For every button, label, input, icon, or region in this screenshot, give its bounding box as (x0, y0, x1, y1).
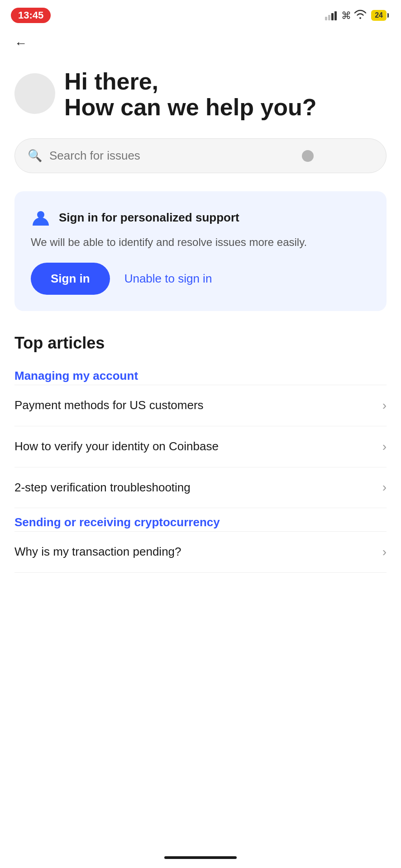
chevron-right-icon: › (382, 439, 387, 454)
signin-actions: Sign in Unable to sign in (31, 263, 370, 295)
search-bar[interactable]: 🔍 (14, 138, 387, 173)
article-list-managing: Payment methods for US customers › How t… (14, 385, 387, 508)
chevron-right-icon: › (382, 480, 387, 495)
article-item[interactable]: Payment methods for US customers › (14, 385, 387, 426)
search-input[interactable] (49, 149, 373, 163)
avatar (14, 73, 55, 114)
status-time: 13:45 (11, 8, 51, 23)
signin-description: We will be able to identify and resolve … (31, 235, 370, 250)
signin-card-header: Sign in for personalized support (31, 208, 370, 227)
unable-signin-link[interactable]: Unable to sign in (124, 272, 212, 286)
article-title: 2-step verification troubleshooting (14, 480, 375, 495)
svg-point-0 (37, 211, 44, 218)
chevron-right-icon: › (382, 398, 387, 413)
article-item[interactable]: 2-step verification troubleshooting › (14, 467, 387, 509)
status-icons: ⌘ 24 (325, 9, 387, 22)
battery-icon: 24 (371, 10, 387, 21)
article-title: Why is my transaction pending? (14, 544, 375, 560)
battery-level: 24 (375, 11, 383, 19)
signal-icon (325, 10, 337, 20)
back-arrow-icon: ← (14, 36, 27, 50)
category-managing-account: Managing my account Payment methods for … (14, 369, 387, 508)
category-crypto: Sending or receiving cryptocurrency Why … (14, 515, 387, 573)
person-icon (31, 208, 51, 227)
signin-title: Sign in for personalized support (59, 211, 239, 225)
header-section: Hi there, How can we help you? (0, 60, 401, 138)
wifi-icon: ⌘ (341, 9, 367, 22)
top-articles-title: Top articles (14, 334, 387, 353)
article-title: Payment methods for US customers (14, 398, 375, 413)
greeting-line2: How can we help you? (64, 94, 387, 120)
article-item[interactable]: How to verify your identity on Coinbase … (14, 426, 387, 467)
article-item[interactable]: Why is my transaction pending? › (14, 531, 387, 573)
category-label-managing: Managing my account (14, 369, 387, 383)
article-title: How to verify your identity on Coinbase (14, 439, 375, 454)
signin-card: Sign in for personalized support We will… (14, 191, 387, 311)
header-text: Hi there, How can we help you? (64, 69, 387, 120)
signin-button[interactable]: Sign in (31, 263, 110, 295)
home-indicator (164, 856, 237, 859)
greeting-line1: Hi there, (64, 69, 387, 94)
articles-section: Top articles Managing my account Payment… (0, 334, 401, 573)
category-label-crypto: Sending or receiving cryptocurrency (14, 515, 387, 529)
search-cursor (302, 150, 314, 162)
search-container: 🔍 (14, 138, 387, 173)
search-icon: 🔍 (28, 149, 42, 163)
status-bar: 13:45 ⌘ 24 (0, 0, 401, 27)
back-button[interactable]: ← (0, 27, 401, 60)
chevron-right-icon: › (382, 545, 387, 559)
article-list-crypto: Why is my transaction pending? › (14, 531, 387, 573)
